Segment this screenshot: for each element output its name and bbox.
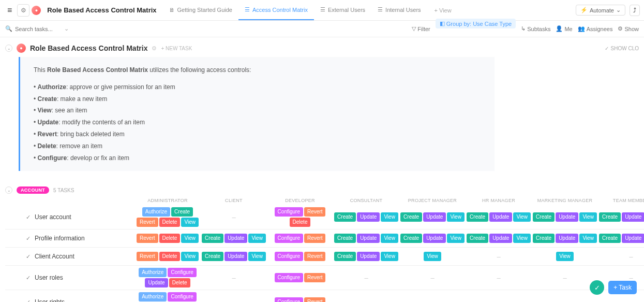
permission-pill-revert[interactable]: Revert [304,252,325,261]
permission-pill-view[interactable]: View [447,234,465,243]
permission-pill-authorize[interactable]: Authorize [139,292,167,301]
new-task-fab[interactable]: + Task [608,281,637,294]
column-header[interactable]: TEAM MEMBER [598,196,644,205]
permission-pill-create[interactable]: Create [171,207,193,217]
permission-pill-revert[interactable]: Revert [304,297,325,302]
permission-pill-update[interactable]: Update [489,234,512,243]
permission-pill-create[interactable]: Create [334,212,356,222]
permission-pill-view[interactable]: View [181,218,199,227]
new-task-button[interactable]: + NEW TASK [161,46,192,51]
avatar[interactable]: ● [32,6,41,15]
group-by-button[interactable]: ◧ Group by: Use Case Type [436,19,516,28]
permission-pill-authorize[interactable]: Authorize [139,268,167,277]
show-closed-toggle[interactable]: ✓ SHOW CLO [605,46,639,51]
me-button[interactable]: 👤 Me [556,25,572,32]
check-icon[interactable]: ✓ [26,275,31,281]
permission-pill-revert[interactable]: Revert [304,234,325,243]
permission-pill-update[interactable]: Update [622,234,644,243]
permission-pill-update[interactable]: Update [224,234,247,243]
filter-button[interactable]: ▽ Filter [412,25,430,32]
permission-pill-update[interactable]: Update [357,212,380,222]
permission-pill-update[interactable]: Update [423,234,446,243]
column-header[interactable]: CLIENT [201,196,267,205]
permission-pill-update[interactable]: Update [622,212,644,222]
column-header[interactable]: MARKETING MANAGER [532,196,598,205]
menu-icon[interactable]: ≡ [4,6,15,15]
permission-pill-configure[interactable]: Configure [275,234,303,243]
column-header[interactable]: PROJECT MANAGER [399,196,466,205]
permission-pill-revert[interactable]: Revert [137,252,158,261]
add-view-button[interactable]: + View [429,7,457,13]
task-row-name[interactable]: ✓User rights [5,295,134,302]
permission-pill-create[interactable]: Create [467,212,488,222]
check-icon[interactable]: ✓ [26,299,31,302]
permission-pill-view[interactable]: View [579,234,597,243]
collapse-group-button[interactable]: ⌄ [5,186,12,194]
permission-pill-view[interactable]: View [556,252,574,261]
permission-pill-create[interactable]: Create [202,234,223,243]
check-icon[interactable]: ✓ [26,214,31,221]
permission-pill-create[interactable]: Create [400,234,422,243]
check-icon[interactable]: ✓ [26,253,31,260]
permission-pill-view[interactable]: View [381,252,398,261]
permission-pill-view[interactable]: View [248,252,266,261]
permission-pill-create[interactable]: Create [599,212,621,222]
permission-pill-create[interactable]: Create [202,252,223,261]
permission-pill-configure[interactable]: Configure [168,268,196,277]
permission-pill-update[interactable]: Update [423,212,446,222]
permission-pill-configure[interactable]: Configure [275,252,303,261]
permission-pill-view[interactable]: View [513,212,531,222]
permission-pill-create[interactable]: Create [334,234,356,243]
permission-pill-revert[interactable]: Revert [137,234,158,243]
subtasks-button[interactable]: ↳ Subtasks [521,25,550,32]
permission-pill-view[interactable]: View [579,212,597,222]
permission-pill-update[interactable]: Update [145,278,168,287]
check-icon[interactable]: ✓ [26,235,31,242]
task-row-name[interactable]: ✓User roles [5,271,134,284]
tab-getting-started[interactable]: 🗎Getting Started Guide [163,0,238,20]
permission-pill-update[interactable]: Update [489,212,512,222]
tab-external-users[interactable]: ☰External Users [314,0,371,20]
permission-pill-configure[interactable]: Configure [275,207,303,217]
permission-pill-view[interactable]: View [181,252,199,261]
permission-pill-update[interactable]: Update [224,252,247,261]
permission-pill-create[interactable]: Create [599,234,621,243]
task-row-name[interactable]: ✓Client Account [5,250,134,263]
permission-pill-delete[interactable]: Delete [169,278,190,287]
permission-pill-view[interactable]: View [181,234,199,243]
permission-pill-view[interactable]: View [447,212,465,222]
automate-button[interactable]: ⚡ Automate ⌄ [576,5,625,16]
quick-action-fab[interactable]: ✓ [590,280,604,295]
column-header[interactable]: HR MANAGER [466,196,532,205]
search-input[interactable] [15,26,62,32]
tab-internal-users[interactable]: ☰Internal Users [371,0,427,20]
permission-pill-revert[interactable]: Revert [304,273,325,282]
task-row-name[interactable]: ✓Profile information [5,232,134,245]
list-settings-icon[interactable]: ⚙ [152,45,157,52]
task-row-name[interactable]: ✓User account [5,210,134,224]
permission-pill-delete[interactable]: Delete [159,252,181,261]
permission-pill-configure[interactable]: Configure [275,273,303,282]
permission-pill-create[interactable]: Create [467,234,488,243]
tab-access-control[interactable]: ☰Access Control Matrix [238,0,314,20]
permission-pill-update[interactable]: Update [357,252,380,261]
search-box[interactable]: 🔍 ⌄ [5,25,69,32]
permission-pill-delete[interactable]: Delete [159,218,181,227]
permission-pill-configure[interactable]: Configure [275,297,303,302]
permission-pill-view[interactable]: View [513,234,531,243]
permission-pill-revert[interactable]: Revert [137,218,158,227]
permission-pill-update[interactable]: Update [556,234,578,243]
permission-pill-view[interactable]: View [248,234,266,243]
column-header[interactable]: CONSULTANT [333,196,399,205]
permission-pill-authorize[interactable]: Authorize [142,207,170,217]
permission-pill-delete[interactable]: Delete [290,218,311,227]
group-badge[interactable]: ACCOUNT [17,186,49,194]
share-button[interactable]: ⤴ [630,5,640,16]
permission-pill-create[interactable]: Create [533,212,555,222]
collapse-all-button[interactable]: ⌄ [5,45,12,52]
column-header[interactable]: DEVELOPER [267,196,333,205]
assignees-button[interactable]: 👥 Assignees [578,25,613,32]
settings-button[interactable]: ⚙ [17,4,29,17]
permission-pill-view[interactable]: View [381,212,398,222]
permission-pill-configure[interactable]: Configure [168,292,196,301]
